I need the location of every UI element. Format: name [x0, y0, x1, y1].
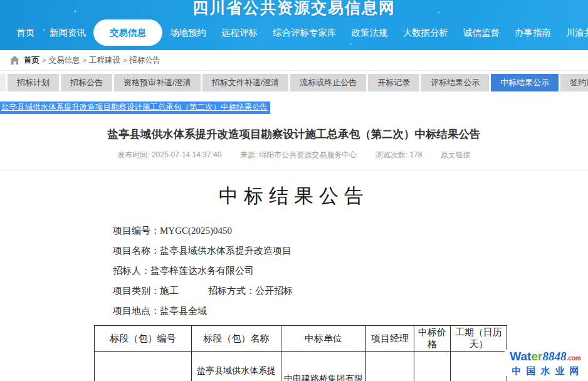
nav-item-policies[interactable]: 政策法规	[344, 19, 396, 46]
col-section-number: 标段（包）编号	[95, 326, 192, 352]
main-nav: 首页 新闻资讯 交易信息 场地预约 远程评标 综合评标专家库 政策法规 大数据分…	[0, 18, 588, 48]
breadcrumb-trade-info[interactable]: 交易信息	[48, 55, 80, 66]
meta-divider	[0, 170, 588, 170]
col-project-manager: 项目经理	[366, 326, 414, 352]
china-water-industry-label: 中国水业网	[505, 365, 586, 376]
selected-announcement-link[interactable]: 盐亭县域供水体系提升改造项目勘察设计施工总承包（第二次）中标结果公告	[0, 102, 270, 114]
field-tenderee: 招标人：盐亭梓莲达水务有限公司	[113, 265, 588, 277]
award-result-table: 标段（包）编号 标段（包）名称 中标单位 项目经理 中标价格 工期（日历天） M…	[94, 325, 507, 381]
nav-item-expert-pool[interactable]: 综合评标专家库	[265, 19, 344, 46]
article-meta: 发布时间: 2025-07-14 14:37:40 来源: 绵阳市公共资源交易服…	[0, 150, 588, 160]
home-icon	[10, 56, 19, 65]
breadcrumb-engineering[interactable]: 工程建设	[89, 55, 120, 66]
breadcrumb: 首页 > 交易信息 > 工程建设 > 招标公告	[0, 50, 588, 71]
nav-item-news[interactable]: 新闻资讯	[42, 19, 93, 46]
tab-evaluation-result[interactable]: 评标结果公示	[421, 74, 489, 91]
nav-item-integrity[interactable]: 诚信监督	[456, 19, 507, 46]
nav-item-venue-booking[interactable]: 场地预约	[162, 19, 214, 46]
cell-section-name: 盐亭县域供水体系提升改造项目勘察设计施工总承包（第二	[192, 352, 281, 381]
cell-bid-price: 90.50%	[414, 352, 451, 381]
col-bid-price: 中标价格	[414, 326, 451, 352]
field-project-name: 项目名称：盐亭县域供水体系提升改造项目	[113, 245, 588, 257]
nav-item-big-data[interactable]: 大数据分析	[396, 19, 456, 46]
view-count: 浏览次数: 178	[375, 150, 423, 159]
nav-item-guide[interactable]: 办事指南	[507, 19, 559, 46]
nav-item-home[interactable]: 首页	[9, 19, 42, 46]
field-project-number: 项目编号：MYGC(2025)0450	[113, 225, 588, 237]
tab-prequalification-addendum[interactable]: 资格预审补遗/澄清	[114, 74, 201, 91]
site-header: 四川省公共资源交易信息网 首页 新闻资讯 交易信息 场地预约 远程评标 综合评标…	[0, 0, 588, 50]
col-duration: 工期（日历天）	[451, 326, 507, 352]
nav-item-trade-info[interactable]: 交易信息	[93, 19, 162, 46]
col-section-name: 标段（包）名称	[192, 326, 281, 352]
table-row: MYGC(2025)0450-001 盐亭县域供水体系提升改造项目勘察设计施工总…	[95, 352, 507, 381]
cell-duration: 1080	[451, 352, 507, 381]
site-title: 四川省公共资源交易信息网	[0, 0, 588, 18]
publish-time: 发布时间: 2025-07-14 14:37:40	[117, 150, 221, 159]
cell-winning-bidder: 中电建路桥集团有限公司	[281, 352, 366, 381]
field-category-and-method: 项目类别：施工招标方式：公开招标	[113, 285, 588, 297]
tab-document-addendum[interactable]: 招标文件补遗/澄清	[202, 74, 289, 91]
tab-bid-opening-record[interactable]: 开标记录	[368, 74, 419, 91]
field-project-location: 项目地点：盐亭县全域	[113, 305, 588, 317]
table-header-row: 标段（包）编号 标段（包）名称 中标单位 项目经理 中标价格 工期（日历天）	[95, 326, 507, 352]
col-winning-bidder: 中标单位	[281, 326, 366, 352]
water8848-logo: Water8848.com	[505, 350, 586, 365]
original-link[interactable]: 原文链接	[441, 150, 471, 159]
water8848-watermark: Water8848.com 中国水业网	[505, 350, 586, 376]
breadcrumb-separator: >	[42, 56, 46, 64]
article-title: 盐亭县域供水体系提升改造项目勘察设计施工总承包（第二次）中标结果公告	[19, 127, 569, 142]
breadcrumb-tender-notice[interactable]: 招标公告	[129, 55, 160, 66]
nav-item-remote-evaluation[interactable]: 远程评标	[214, 19, 265, 46]
article: 盐亭县域供水体系提升改造项目勘察设计施工总承包（第二次）中标结果公告 盐亭县域供…	[0, 91, 588, 381]
breadcrumb-separator: >	[123, 56, 127, 64]
tab-bar: 招标计划 招标公告 资格预审补遗/澄清 招标文件补遗/澄清 流标或终止公告 开标…	[0, 74, 588, 91]
tab-failed-or-terminated[interactable]: 流标或终止公告	[290, 74, 366, 91]
cell-project-manager: 符丽丹	[366, 352, 414, 381]
notice-heading: 中标结果公告	[0, 183, 588, 209]
breadcrumb-separator: >	[82, 56, 86, 64]
tab-bar-spacer	[0, 74, 6, 91]
cell-section-number: MYGC(2025)0450-001	[95, 352, 192, 381]
nav-item-chuanyu[interactable]: 川渝共	[559, 19, 588, 46]
tab-award-result[interactable]: 中标结果公示	[491, 74, 559, 91]
source: 来源: 绵阳市公共资源交易服务中心	[240, 150, 357, 159]
tab-contract-performance[interactable]: 签约履行	[560, 74, 588, 91]
tab-tender-notice[interactable]: 招标公告	[61, 74, 112, 91]
tab-tender-plan[interactable]: 招标计划	[8, 74, 59, 91]
breadcrumb-home[interactable]: 首页	[24, 55, 39, 66]
project-fields: 项目编号：MYGC(2025)0450 项目名称：盐亭县域供水体系提升改造项目 …	[113, 225, 588, 317]
